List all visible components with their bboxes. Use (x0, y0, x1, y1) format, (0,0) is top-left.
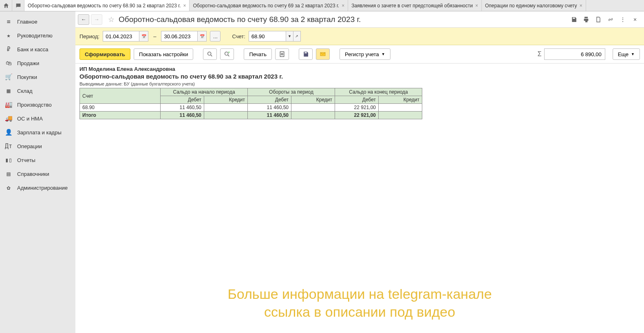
page-header: ← → ☆ Оборотно-сальдовая ведомость по сч… (75, 11, 644, 28)
menu-icon: ≡ (5, 18, 12, 25)
close-icon[interactable]: × (475, 3, 478, 9)
tab-1[interactable]: Оборотно-сальдовая ведомость по счету 69… (190, 0, 348, 11)
sidebar-item-sales[interactable]: 🛍Продажи (0, 56, 75, 70)
email-button[interactable] (316, 48, 330, 60)
operations-icon: Дт (5, 142, 12, 150)
sum-field[interactable] (544, 48, 605, 60)
svg-rect-2 (280, 52, 284, 57)
document-icon[interactable] (593, 15, 603, 24)
tab-3[interactable]: Операции по единому налоговому счету × (482, 0, 586, 11)
sidebar-item-warehouse[interactable]: ▦Склад (0, 84, 75, 98)
tab-2[interactable]: Заявления о зачете в счет предстоящей об… (348, 0, 482, 11)
sigma-icon: Σ (538, 50, 542, 58)
tab-label: Оборотно-сальдовая ведомость по счету 68… (28, 3, 181, 9)
period-picker-button[interactable]: ... (210, 31, 221, 42)
generate-button[interactable]: Сформировать (79, 48, 130, 60)
home-icon[interactable] (0, 0, 12, 11)
date-from-input[interactable] (103, 31, 139, 42)
book-icon: ▤ (5, 170, 12, 177)
account-label: Счет: (232, 33, 245, 39)
chart-icon: ▮▯ (5, 156, 12, 164)
dropdown-icon[interactable]: ▼ (286, 31, 293, 42)
sidebar-item-main[interactable]: ≡Главное (0, 15, 75, 28)
sidebar: ≡Главное ★Руководителю ₽Банк и касса 🛍Пр… (0, 11, 75, 333)
table-row[interactable]: 68.90 11 460,50 11 460,50 22 921,00 (80, 104, 422, 112)
report-subtitle: Выводимые данные: БУ (данные бухгалтерск… (79, 81, 640, 86)
print-preview-button[interactable] (275, 48, 289, 60)
sidebar-item-operations[interactable]: ДтОперации (0, 139, 75, 153)
sidebar-item-bank[interactable]: ₽Банк и касса (0, 42, 75, 56)
nav-forward-button[interactable]: → (91, 14, 102, 25)
sidebar-item-assets[interactable]: 🚚ОС и НМА (0, 112, 75, 125)
cart-icon: 🛒 (5, 73, 12, 81)
gear-icon: ✿ (5, 184, 12, 191)
tab-label: Заявления о зачете в счет предстоящей об… (351, 3, 473, 9)
col-turnover: Обороты за период (248, 88, 335, 96)
table-total-row: Итого 11 460,50 11 460,50 22 921,00 (80, 112, 422, 119)
col-end: Сальдо на конец периода (335, 88, 422, 96)
settings-button[interactable]: Показать настройки (134, 48, 193, 60)
print-button[interactable]: Печать (244, 48, 272, 60)
print-icon[interactable] (581, 15, 591, 24)
save-button[interactable] (299, 48, 313, 60)
calendar-icon[interactable]: 📅 (139, 31, 148, 42)
sidebar-item-production[interactable]: 🏭Производство (0, 98, 75, 112)
tab-label: Операции по единому налоговому счету (485, 3, 577, 9)
open-icon[interactable]: ↗ (293, 31, 301, 42)
grid-icon: ▦ (5, 87, 12, 94)
link-icon[interactable] (606, 15, 615, 24)
report-table: Счет Сальдо на начало периода Обороты за… (79, 88, 422, 119)
register-button[interactable]: Регистр учета▼ (340, 48, 390, 60)
ruble-icon: ₽ (5, 46, 12, 53)
svg-point-0 (208, 52, 211, 55)
tab-label: Оборотно-сальдовая ведомость по счету 69… (193, 3, 339, 9)
report-title: Оборотно-сальдовая ведомость по счету 68… (79, 73, 640, 80)
close-icon[interactable]: × (342, 3, 344, 9)
range-dash: – (152, 33, 158, 39)
close-icon[interactable]: × (183, 3, 186, 9)
save-icon[interactable] (569, 15, 579, 24)
svg-point-3 (281, 53, 283, 55)
refresh-search-button[interactable] (220, 48, 234, 60)
sidebar-item-admin[interactable]: ✿Администрирование (0, 181, 75, 195)
calendar-icon[interactable]: 📅 (198, 31, 207, 42)
factory-icon: 🏭 (5, 101, 12, 108)
col-start: Сальдо на начало периода (161, 88, 248, 96)
period-label: Период: (79, 33, 99, 39)
kebab-icon[interactable]: ⋮ (618, 15, 628, 24)
nav-back-button[interactable]: ← (78, 14, 89, 25)
report-area: ИП Моделина Елена Александровна Оборотно… (75, 64, 644, 333)
sidebar-item-purchases[interactable]: 🛒Покупки (0, 70, 75, 84)
sidebar-item-directories[interactable]: ▤Справочники (0, 167, 75, 181)
account-input[interactable] (249, 31, 286, 42)
filter-bar: Период: 📅 – 📅 ... Счет: ▼ ↗ (75, 28, 644, 45)
close-page-icon[interactable]: × (630, 15, 640, 24)
page-title: Оборотно-сальдовая ведомость по счету 68… (119, 15, 567, 24)
svg-point-1 (225, 52, 228, 55)
chat-icon[interactable] (12, 0, 24, 11)
person-icon: 👤 (5, 129, 12, 136)
sidebar-item-reports[interactable]: ▮▯Отчеты (0, 153, 75, 167)
toolbar: Сформировать Показать настройки Печать Р… (75, 45, 644, 64)
bag-icon: 🛍 (5, 59, 12, 67)
star-icon: ★ (5, 32, 12, 39)
main-content: ← → ☆ Оборотно-сальдовая ведомость по сч… (75, 11, 644, 333)
date-to-input[interactable] (161, 31, 198, 42)
more-button[interactable]: Еще▼ (613, 48, 640, 60)
sidebar-item-hr[interactable]: 👤Зарплата и кадры (0, 125, 75, 139)
search-button[interactable] (203, 48, 217, 60)
tab-0[interactable]: Оборотно-сальдовая ведомость по счету 68… (24, 0, 190, 11)
favorite-icon[interactable]: ☆ (108, 15, 115, 24)
tab-bar: Оборотно-сальдовая ведомость по счету 68… (0, 0, 644, 11)
report-org: ИП Моделина Елена Александровна (79, 66, 640, 72)
col-account: Счет (80, 88, 161, 104)
truck-icon: 🚚 (5, 115, 12, 122)
watermark: Больше информации на telegram-канале ссы… (75, 285, 644, 321)
sidebar-item-manager[interactable]: ★Руководителю (0, 28, 75, 42)
close-icon[interactable]: × (580, 3, 582, 9)
